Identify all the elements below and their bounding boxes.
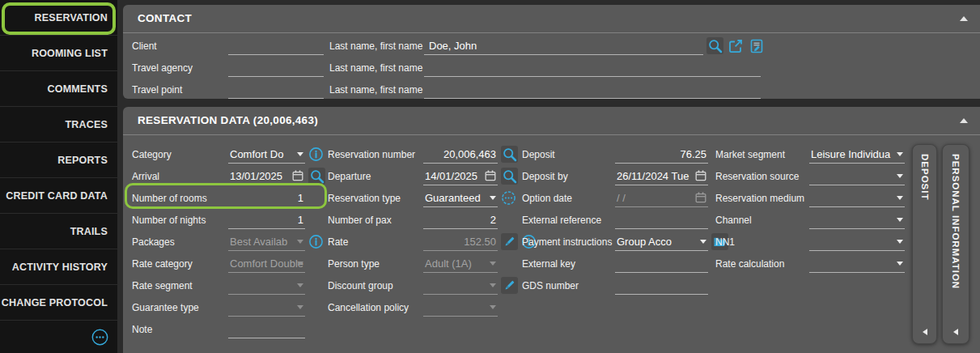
field-number-of-pax-input[interactable]: 2 [423,211,498,229]
field-row-person-type: Person typeAdult (1A) [328,253,537,274]
collapse-up-icon[interactable] [960,16,968,21]
name-hint-label: Last name, first name [329,40,420,52]
field-actions [501,168,518,185]
dropdown-arrow-icon [490,283,496,287]
field-market-segment-dropdown[interactable]: Leisure Individua [809,146,905,164]
search-icon[interactable] [501,168,518,185]
sidebar-item-change-protocol[interactable]: CHANGE PROTOCOL [0,285,117,321]
field-reservation-type-dropdown[interactable]: Guaranteed [423,189,498,207]
field-number-of-rooms-input[interactable]: 1 [228,189,305,207]
field-row-external-reference: External reference [522,209,728,231]
field-value: 1 [228,192,305,204]
field-value: Guaranteed [423,192,498,204]
contact-row-label: Travel agency [132,62,228,74]
sidebar-item-label: ACTIVITY HISTORY [12,262,108,273]
calendar-icon[interactable] [292,170,303,181]
field-label: External key [522,258,615,270]
client-name-input[interactable]: Doe, John [424,37,703,55]
info-icon[interactable] [308,234,324,249]
field-arrival-input[interactable]: 13/01/2025 [228,168,305,185]
calendar-icon[interactable] [695,170,706,181]
sidebar-item-comments[interactable]: COMMENTS [0,71,117,107]
travel-agency-name-input[interactable] [424,59,761,77]
sidebar-item-trails[interactable]: TRAILS [0,214,117,249]
field-row-reservation-number: Reservation number20,006,463 [328,143,537,165]
field-label: Number of pax [328,215,423,226]
travel-agency-code-input[interactable] [228,59,324,77]
dropdown-arrow-icon [897,240,903,244]
dropdown-arrow-icon [490,305,496,309]
field-label: Reservation source [715,171,809,182]
travel-point-name-input[interactable] [424,81,761,99]
sidebar-more-button[interactable] [91,328,109,347]
contact-rows: ClientLast name, first nameDoe, JohnTrav… [123,35,980,100]
sidebar-item-reports[interactable]: REPORTS [0,142,117,178]
field-external-key-input[interactable] [615,255,708,273]
field-label: Rate [328,236,423,248]
field-nn1-dropdown[interactable] [809,233,905,251]
field-row-nn1: NN1 [715,231,905,253]
field-number-of-nights-input[interactable]: 1 [228,211,305,229]
field-label: Rate category [132,258,228,270]
collapse-up-icon[interactable] [960,118,968,123]
field-label: Deposit by [522,171,615,182]
sidebar-item-reservation[interactable]: RESERVATION [0,0,117,36]
field-category-dropdown[interactable]: Comfort Do [228,146,305,164]
field-gds-number-input[interactable] [615,277,708,295]
contact-row-client: ClientLast name, first nameDoe, John [123,35,980,57]
field-row-reservation-type: Reservation typeGuaranteed [328,187,537,209]
open-record-icon[interactable] [727,37,745,55]
field-row-rate-calculation: Rate calculation [715,253,905,274]
field-reservation-number-input[interactable]: 20,006,463 [423,146,498,164]
name-hint-label: Last name, first name [329,84,420,96]
field-row-deposit-by: Deposit by26/11/2024 Tue [522,165,728,187]
field-label: Category [132,149,228,160]
calendar-icon[interactable] [485,170,496,181]
field-reservation-medium-dropdown[interactable] [809,189,905,207]
field-note-input[interactable] [228,321,305,338]
field-row-number-of-nights: Number of nights1 [132,209,325,231]
field-label: Rate segment [132,280,228,291]
field-discount-group-dropdown [423,277,498,295]
search-icon[interactable] [501,146,518,163]
field-label: GDS number [522,280,615,291]
field-actions [308,234,324,249]
field-label: Market segment [715,149,809,160]
field-deposit-input[interactable]: 76.25 [615,146,708,164]
search-icon[interactable] [706,37,723,54]
edit-pencil-icon[interactable] [501,277,518,294]
field-reservation-source-dropdown[interactable] [809,168,905,185]
side-panel-personal-information[interactable]: PERSONAL INFORMATION [942,144,969,344]
edit-pencil-icon[interactable] [501,233,518,250]
field-payment-instructions-dropdown[interactable]: Group Acco [615,233,708,251]
dropdown-arrow-icon [490,262,496,266]
client-code-input[interactable] [228,37,324,55]
contact-panel-header: CONTACT [123,5,980,33]
registration-card-icon[interactable] [748,37,766,55]
field-channel-dropdown[interactable] [809,211,905,229]
sidebar-item-traces[interactable]: TRACES [0,107,117,142]
expand-left-icon [923,329,927,335]
more-options-icon[interactable] [501,190,516,206]
field-rate-calculation-dropdown[interactable] [809,255,905,273]
sidebar-item-rooming-list[interactable]: ROOMING LIST [0,36,117,71]
field-rate-input: 152.50 [423,233,498,251]
field-guarantee-type-dropdown [228,299,305,317]
sidebar-item-label: CHANGE PROTOCOL [2,297,108,308]
field-deposit-by-input[interactable]: 26/11/2024 Tue [615,168,708,185]
reservation-data-panel: RESERVATION DATA (20,006,463) CategoryCo… [123,107,980,353]
field-row-reservation-medium: Reservation medium [715,187,905,209]
side-panel-deposit[interactable]: DEPOSIT [912,144,937,344]
field-rate-segment-dropdown [228,277,305,295]
field-external-reference-input[interactable] [615,211,708,229]
sidebar-item-activity-history[interactable]: ACTIVITY HISTORY [0,249,117,285]
info-icon[interactable] [308,147,324,162]
travel-point-code-input[interactable] [228,81,324,99]
field-row-packages: PackagesBest Availab [132,231,325,253]
search-icon[interactable] [308,168,325,185]
field-actions [501,277,518,294]
field-departure-input[interactable]: 14/01/2025 [423,168,498,185]
dropdown-arrow-icon [297,283,303,287]
sidebar-item-credit-card-data[interactable]: CREDIT CARD DATA [0,178,117,214]
field-row-gds-number: GDS number [522,274,728,296]
